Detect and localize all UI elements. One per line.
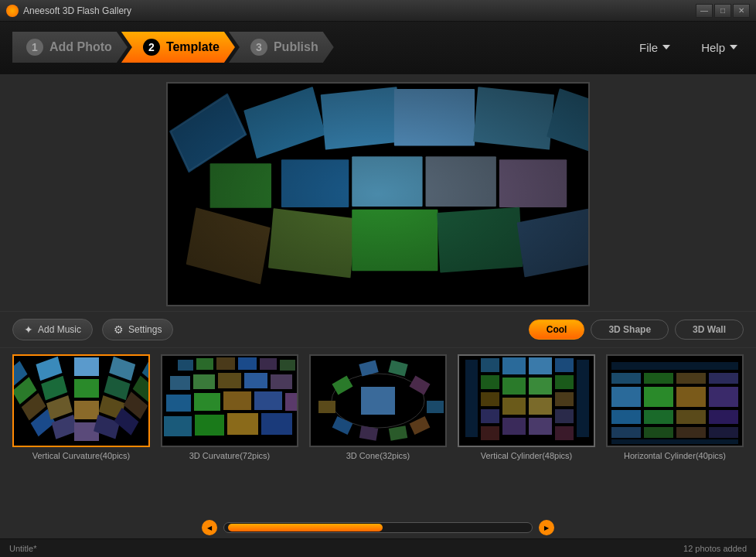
svg-rect-109: [611, 427, 641, 438]
svg-rect-113: [611, 439, 738, 444]
svg-rect-43: [216, 357, 235, 370]
svg-rect-84: [502, 418, 526, 435]
thumb-inner-3: [459, 356, 594, 446]
tab-cool[interactable]: Cool: [529, 320, 585, 340]
template-label-4: Horizontal Cylinder(40pics): [624, 451, 726, 460]
nav-steps: 1 Add Photo 2 Template 3 Publish: [12, 32, 334, 63]
preview-inner: [168, 84, 588, 305]
step-publish[interactable]: 3 Publish: [229, 32, 334, 63]
tab-3d-wall[interactable]: 3D Wall: [675, 320, 744, 340]
svg-rect-76: [481, 358, 499, 372]
step-number-3: 3: [250, 39, 267, 56]
svg-rect-41: [178, 360, 193, 371]
preview-area: [0, 74, 756, 311]
thumb-svg-3: [459, 356, 594, 446]
title-bar-left: Aneesoft 3D Flash Gallery: [6, 5, 131, 17]
template-label-0: Vertical Curvature(40pics): [32, 451, 131, 460]
main-content: ✦ Add Music ⚙ Settings Cool 3D Shape 3D …: [0, 74, 756, 538]
step-number-1: 1: [26, 39, 43, 56]
template-item-vertical-curvature[interactable]: Vertical Curvature(40pics): [12, 354, 150, 460]
svg-rect-105: [611, 410, 641, 424]
svg-rect-57: [164, 416, 192, 436]
svg-rect-106: [644, 410, 673, 424]
minimize-button[interactable]: —: [696, 4, 713, 18]
tab-3d-shape-label: 3D Shape: [608, 324, 651, 335]
svg-rect-91: [555, 392, 574, 406]
svg-rect-45: [260, 358, 277, 370]
svg-rect-18: [168, 83, 588, 306]
template-item-vertical-cylinder[interactable]: Vertical Cylinder(48pics): [458, 354, 595, 460]
svg-rect-79: [481, 409, 499, 423]
svg-rect-49: [218, 373, 241, 388]
svg-rect-58: [195, 415, 224, 436]
status-filename: Untitle*: [9, 544, 36, 553]
step-template[interactable]: 2 Template: [121, 32, 235, 63]
thumb-inner-1: [162, 356, 297, 446]
svg-rect-83: [502, 398, 526, 415]
category-tabs: Cool 3D Shape 3D Wall: [529, 320, 744, 340]
svg-rect-77: [481, 375, 499, 389]
step-label-1: Add Photo: [49, 40, 112, 54]
svg-rect-99: [676, 373, 706, 384]
status-bar: Untitle* 12 photos added: [0, 538, 756, 557]
thumb-inner-2: [311, 356, 445, 446]
title-bar: Aneesoft 3D Flash Gallery — □ ✕: [0, 0, 756, 22]
svg-rect-108: [709, 410, 738, 424]
preview-svg: [168, 82, 588, 306]
music-icon: ✦: [24, 323, 33, 336]
scroll-right-arrow-icon: ▶: [544, 525, 549, 531]
svg-rect-70: [427, 401, 444, 413]
svg-rect-87: [529, 398, 552, 415]
svg-rect-104: [709, 387, 738, 407]
svg-rect-102: [644, 387, 673, 407]
help-menu-button[interactable]: Help: [695, 38, 744, 57]
svg-rect-46: [280, 360, 295, 371]
templates-scroll: Vertical Curvature(40pics): [12, 354, 744, 460]
svg-rect-90: [555, 375, 574, 389]
file-menu-button[interactable]: File: [633, 38, 676, 57]
scroll-thumb[interactable]: [228, 524, 383, 531]
scroll-right-button[interactable]: ▶: [539, 520, 554, 535]
svg-rect-56: [285, 393, 297, 411]
file-dropdown-arrow-icon: [662, 45, 670, 50]
template-item-3d-cone[interactable]: 3D Cone(32pics): [309, 354, 447, 460]
svg-rect-44: [238, 357, 257, 370]
template-thumb-4: [606, 354, 744, 447]
svg-rect-86: [529, 378, 552, 395]
svg-rect-54: [223, 391, 251, 410]
template-thumb-3: [458, 354, 595, 447]
svg-rect-112: [709, 427, 738, 438]
svg-rect-101: [611, 387, 641, 407]
maximize-button[interactable]: □: [714, 4, 731, 18]
add-music-label: Add Music: [38, 324, 81, 335]
settings-icon: ⚙: [114, 323, 124, 336]
svg-rect-80: [481, 426, 499, 440]
svg-rect-48: [193, 374, 215, 389]
svg-rect-73: [361, 387, 395, 415]
template-thumb-0: [12, 354, 150, 447]
thumb-inner-0: [14, 356, 148, 446]
tab-3d-shape[interactable]: 3D Shape: [591, 320, 669, 340]
thumb-svg-0: [14, 356, 148, 446]
thumb-svg-2: [311, 356, 445, 446]
template-item-3d-curvature[interactable]: 3D Curvature(72pics): [161, 354, 298, 460]
window-controls: — □ ✕: [696, 4, 750, 18]
svg-rect-111: [676, 427, 706, 438]
svg-rect-97: [611, 373, 641, 384]
svg-rect-60: [261, 413, 292, 435]
template-label-3: Vertical Cylinder(48pics): [481, 451, 573, 460]
settings-button[interactable]: ⚙ Settings: [102, 319, 173, 340]
template-item-horizontal-cylinder[interactable]: Horizontal Cylinder(40pics): [606, 354, 744, 460]
scroll-left-button[interactable]: ◀: [202, 520, 217, 535]
scroll-track[interactable]: [223, 522, 533, 533]
step-add-photo[interactable]: 1 Add Photo: [12, 32, 128, 63]
svg-rect-100: [709, 373, 738, 384]
svg-rect-94: [577, 360, 589, 437]
add-music-button[interactable]: ✦ Add Music: [12, 319, 93, 340]
close-button[interactable]: ✕: [733, 4, 750, 18]
toolbar: ✦ Add Music ⚙ Settings Cool 3D Shape 3D …: [0, 311, 756, 348]
svg-rect-110: [644, 427, 673, 438]
svg-rect-52: [166, 395, 191, 412]
template-thumb-1: [161, 354, 298, 447]
svg-rect-53: [194, 393, 220, 411]
